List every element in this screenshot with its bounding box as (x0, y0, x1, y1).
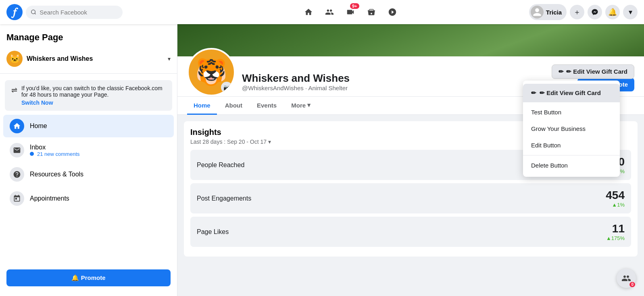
edit-gift-card-btn[interactable]: ✏ ✏ Edit View Gift Card (552, 64, 634, 79)
insight-likes-value: 11 (606, 222, 625, 235)
svg-point-0 (31, 10, 35, 14)
appointments-icon (10, 191, 24, 206)
watch-nav-btn[interactable]: 9+ (341, 2, 360, 22)
home-icon (10, 119, 24, 133)
sidebar-promote-btn[interactable]: 🔔 Promote (6, 269, 171, 286)
profile-picture: 🐯 📷 (187, 48, 236, 96)
dropdown-pencil-icon: ✏ (531, 89, 536, 97)
dropdown-grow-btn[interactable]: Grow Your Business (523, 120, 620, 137)
marketplace-nav-btn[interactable] (362, 2, 381, 22)
dropdown-edit-btn[interactable]: Edit Button (523, 137, 620, 153)
home-nav-btn[interactable] (299, 2, 318, 22)
sidebar-inbox-label: Inbox (30, 144, 80, 151)
sidebar-item-home[interactable]: Home (3, 115, 174, 137)
user-pill[interactable]: Tricia (529, 4, 567, 20)
tab-more[interactable]: More ▾ (285, 97, 317, 115)
sidebar-item-resources[interactable]: Resources & Tools (3, 163, 174, 186)
insight-likes-label: Page Likes (197, 228, 229, 236)
insight-engagement-label: Post Engagements (197, 195, 251, 202)
people-online-badge: 0 (629, 282, 635, 287)
divider-1 (0, 73, 177, 74)
edit-dropdown-menu: ✏ ✏ Edit View Gift Card Test Button Grow… (523, 81, 620, 177)
sidebar-appointments-label: Appointments (30, 195, 69, 202)
dropdown-test-btn[interactable]: Test Button (523, 104, 620, 120)
tab-more-label: More (291, 102, 306, 109)
page-handle: @WhiskersAndWishes · Animal Shelter (242, 85, 571, 91)
dropdown-delete-btn[interactable]: Delete Button (523, 157, 620, 174)
manage-page-title: Manage Page (0, 29, 177, 48)
page-selector[interactable]: 🐱 Whiskers and Wishes ▾ (0, 48, 177, 70)
resources-icon (10, 167, 24, 182)
search-icon (31, 9, 36, 15)
cover-photo (177, 24, 644, 56)
people-online-btn[interactable]: 0 (617, 269, 636, 288)
inbox-dot (30, 152, 34, 156)
tab-events[interactable]: Events (250, 97, 283, 115)
add-btn[interactable]: ＋ (570, 5, 584, 19)
switch-notice-text: If you'd like, you can switch to the cla… (21, 85, 163, 98)
insights-date-text: Last 28 days : Sep 20 - Oct 17 (190, 139, 267, 145)
dropdown-header: ✏ ✏ Edit View Gift Card (523, 84, 620, 102)
pencil-icon: ✏ (559, 68, 564, 75)
sidebar-item-inbox[interactable]: Inbox 21 new comments (3, 139, 174, 161)
sidebar-resources-label: Resources & Tools (30, 171, 83, 178)
sidebar-item-appointments[interactable]: Appointments (3, 187, 174, 210)
insight-row-likes: Page Likes 11 ▲175% (190, 217, 631, 247)
facebook-logo[interactable]: 𝑓 (6, 4, 23, 20)
user-name: Tricia (546, 9, 562, 16)
edit-gift-card-label: ✏ Edit View Gift Card (566, 68, 627, 75)
inbox-count: 21 new comments (37, 151, 80, 157)
page-selector-name: Whiskers and Wishes (27, 55, 164, 62)
tab-home[interactable]: Home (187, 97, 217, 115)
insight-engagement-change: ▲1% (606, 202, 625, 208)
camera-icon[interactable]: 📷 (221, 82, 232, 93)
dropdown-header-label: ✏ Edit View Gift Card (540, 89, 601, 97)
inbox-sub: 21 new comments (30, 151, 80, 157)
insight-people-label: People Reached (197, 161, 244, 169)
switch-arrow-icon: ⇌ (11, 86, 17, 95)
groups-nav-btn[interactable] (383, 2, 402, 22)
insight-engagement-value: 454 (606, 189, 625, 202)
notifications-btn[interactable]: 🔔 (605, 5, 620, 19)
tab-more-chevron: ▾ (307, 101, 311, 109)
switch-notice: ⇌ If you'd like, you can switch to the c… (5, 80, 172, 111)
messenger-btn[interactable] (588, 5, 602, 19)
page-avatar: 🐱 (6, 51, 23, 67)
insight-row-engagements: Post Engagements 454 ▲1% (190, 183, 631, 213)
dropdown-divider (523, 155, 620, 155)
insights-date-chevron: ▾ (268, 139, 271, 145)
tab-about[interactable]: About (219, 97, 249, 115)
search-input[interactable] (40, 9, 118, 16)
user-avatar (531, 6, 544, 19)
page-dropdown-arrow: ▾ (168, 56, 171, 62)
profile-info: Whiskers and Wishes @WhiskersAndWishes ·… (242, 72, 571, 96)
page-name: Whiskers and Wishes (242, 72, 571, 85)
search-bar[interactable] (26, 6, 123, 19)
sidebar-home-label: Home (30, 122, 47, 130)
friends-nav-btn[interactable] (320, 2, 339, 22)
menu-btn[interactable]: ▾ (623, 5, 638, 19)
inbox-icon (10, 143, 24, 157)
watch-badge: 9+ (350, 3, 359, 9)
insight-likes-change: ▲175% (606, 235, 625, 241)
switch-now-link[interactable]: Switch Now (21, 99, 166, 106)
sidebar: Manage Page 🐱 Whiskers and Wishes ▾ ⇌ If… (0, 24, 177, 296)
